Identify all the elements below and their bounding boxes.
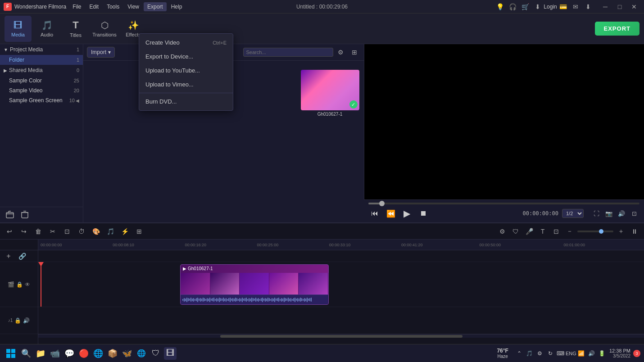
media-thumbnail-gh010627[interactable]: ✓	[301, 70, 359, 110]
video-track-icon[interactable]: 🎬	[8, 281, 14, 288]
tray-app1[interactable]: 🎵	[525, 349, 534, 358]
maximize-button[interactable]: □	[613, 2, 626, 12]
menu-tools[interactable]: Tools	[103, 2, 123, 11]
login-label[interactable]: Login	[546, 2, 555, 11]
audio-tool-button[interactable]: 🎵	[104, 226, 116, 237]
pip2-icon[interactable]: ⊡	[550, 226, 562, 237]
taskbar-dropbox[interactable]: 🦋	[121, 347, 133, 360]
taskbar-chat[interactable]: 💬	[63, 347, 76, 360]
export-to-youtube[interactable]: Upload to YouTube...	[139, 63, 233, 77]
split-button[interactable]: ⚡	[119, 226, 131, 237]
tray-eng[interactable]: ENG	[567, 349, 576, 358]
close-button[interactable]: ✕	[628, 2, 640, 12]
transform-button[interactable]: ⊞	[133, 226, 145, 237]
tray-wifi[interactable]: 📶	[577, 349, 586, 358]
bulb-icon[interactable]: 💡	[495, 2, 504, 11]
redo-button[interactable]: ↪	[18, 226, 30, 237]
menu-help[interactable]: Help	[168, 2, 186, 11]
zoom-thumb[interactable]	[599, 229, 603, 234]
clock-widget[interactable]: 12:38 PM 3/5/2022	[609, 348, 630, 358]
undo-button[interactable]: ↩	[4, 226, 15, 237]
taskbar-camera[interactable]: 📹	[49, 347, 61, 360]
shield-icon[interactable]: 🛡	[510, 226, 522, 237]
sidebar-sample-color[interactable]: Sample Color 25	[0, 76, 83, 86]
menu-view[interactable]: View	[124, 2, 143, 11]
taskbar-security[interactable]: 🛡	[150, 347, 162, 360]
eye-icon[interactable]: 👁	[25, 281, 30, 288]
delete-button[interactable]: 🗑	[32, 226, 44, 237]
notification-badge[interactable]: 3	[633, 350, 640, 357]
export-to-vimeo[interactable]: Upload to Vimeo...	[139, 77, 233, 91]
tray-app2[interactable]: ⚙	[535, 349, 544, 358]
tray-volume[interactable]: 🔊	[587, 349, 596, 358]
menu-export[interactable]: Export	[144, 2, 167, 11]
play-button[interactable]: ▶	[401, 207, 413, 220]
step-back-button[interactable]: ⏪	[385, 207, 397, 220]
tray-keyboard[interactable]: ⌨	[556, 349, 565, 358]
import-dropdown[interactable]: Import ▾	[87, 47, 115, 58]
lock-icon[interactable]: 🔒	[16, 281, 23, 288]
mic-icon[interactable]: 🎤	[523, 226, 535, 237]
progress-thumb[interactable]	[379, 201, 385, 206]
sidebar-folder[interactable]: Folder 1	[0, 55, 83, 65]
headset-icon[interactable]: 🎧	[508, 2, 517, 11]
zoom-out-icon[interactable]: －	[564, 226, 576, 237]
taskbar-search[interactable]: 🔍	[20, 347, 32, 360]
playback-progress-bar[interactable]	[368, 203, 640, 204]
fullscreen-button[interactable]: ⛶	[591, 208, 602, 219]
tray-update[interactable]: ↻	[546, 349, 555, 358]
project-media-header[interactable]: ▼ Project Media 1	[0, 44, 83, 55]
audio-mute-icon[interactable]: 🔊	[23, 317, 30, 324]
grid-view-icon[interactable]: ⊞	[349, 46, 360, 58]
taskbar-browser[interactable]: 🔴	[77, 347, 90, 360]
tray-expand-button[interactable]: ⌃	[515, 349, 524, 358]
start-button[interactable]	[4, 346, 18, 361]
text-icon[interactable]: T	[537, 226, 549, 237]
taskbar-files[interactable]: 📁	[34, 347, 47, 360]
color-button[interactable]: 🎨	[90, 226, 102, 237]
snapshot-button[interactable]: 📷	[603, 208, 614, 219]
export-create-video[interactable]: Create Video Ctrl+E	[139, 36, 233, 50]
new-folder-button[interactable]	[4, 209, 16, 220]
filter-icon[interactable]: ⚙	[335, 46, 347, 58]
minimize-button[interactable]: ─	[599, 2, 612, 12]
skip-back-button[interactable]: ⏮	[368, 207, 381, 220]
taskbar-app1[interactable]: 🌐	[135, 347, 148, 360]
add-track-button[interactable]: +	[3, 250, 14, 262]
tool-media[interactable]: 🎞 Media	[5, 16, 32, 42]
stop-button[interactable]: ⏹	[417, 207, 430, 220]
download3-icon[interactable]: ⬇	[584, 2, 593, 11]
tool-titles[interactable]: T Titles	[62, 16, 89, 42]
link-button[interactable]: 🔗	[16, 250, 28, 262]
video-clip-gh010627[interactable]: ▶ Gh010627-1	[180, 264, 329, 305]
sidebar-sample-green[interactable]: Sample Green Screen 10 ◀	[0, 95, 83, 105]
tray-battery[interactable]: 🔋	[598, 349, 607, 358]
cart-icon[interactable]: 🛒	[521, 2, 530, 11]
shared-media-header[interactable]: ▶ Shared Media 0	[0, 65, 83, 76]
new-bin-button[interactable]	[18, 209, 31, 220]
zoom-in-icon[interactable]: ＋	[615, 226, 627, 237]
timeline-scrollbar[interactable]	[38, 334, 644, 338]
speed-button[interactable]: ⏱	[76, 226, 87, 237]
volume-button[interactable]: 🔊	[616, 208, 627, 219]
tool-audio[interactable]: 🎵 Audio	[33, 16, 60, 42]
export-to-device[interactable]: Export to Device...	[139, 50, 233, 63]
media-search-input[interactable]	[243, 48, 333, 57]
audio-lock-icon[interactable]: 🔒	[14, 317, 21, 324]
menu-edit[interactable]: Edit	[86, 2, 103, 11]
mail-icon[interactable]: ✉	[571, 2, 580, 11]
weather-widget[interactable]: 76°F Haze	[497, 348, 508, 359]
scrollbar-thumb[interactable]	[220, 335, 463, 338]
export-burn-dvd[interactable]: Burn DVD...	[139, 95, 233, 109]
taskbar-filmora[interactable]: 🎞	[164, 347, 177, 360]
cut-button[interactable]: ✂	[47, 226, 59, 237]
export-button[interactable]: EXPORT	[595, 22, 639, 36]
taskbar-edge[interactable]: 🌐	[92, 347, 104, 360]
settings-icon[interactable]: ⚙	[496, 226, 508, 237]
pause-render-button[interactable]: ⏸	[629, 226, 640, 237]
card-icon[interactable]: 💳	[558, 2, 567, 11]
quality-selector[interactable]: 1/2Full1/4	[562, 209, 584, 218]
zoom-slider[interactable]	[577, 231, 613, 232]
sidebar-sample-video[interactable]: Sample Video 20	[0, 86, 83, 95]
crop-button[interactable]: ⊡	[61, 226, 73, 237]
